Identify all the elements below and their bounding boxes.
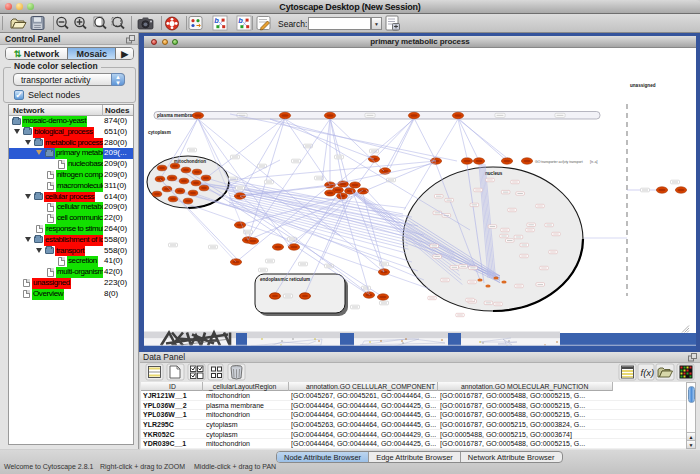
svg-text:b: b (214, 16, 219, 25)
svg-text:endoplasmic reticulum: endoplasmic reticulum (260, 277, 310, 282)
svg-text:plasma membrane: plasma membrane (157, 113, 198, 118)
svg-text:mitochondrion: mitochondrion (174, 159, 206, 164)
svg-text:unassigned: unassigned (630, 83, 656, 88)
svg-text:f(x): f(x) (641, 367, 655, 378)
svg-text:[tr..a]: [tr..a] (590, 160, 598, 164)
svg-text:GO:transporter act|vty transpo: GO:transporter act|vty transport (535, 160, 583, 164)
svg-text:b: b (238, 16, 243, 25)
svg-text:cytoplasm: cytoplasm (148, 130, 171, 135)
svg-text:nucleus: nucleus (485, 171, 503, 176)
